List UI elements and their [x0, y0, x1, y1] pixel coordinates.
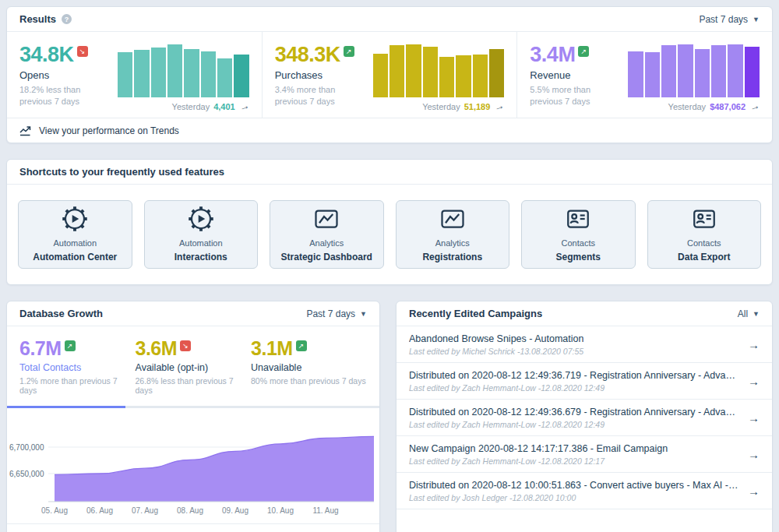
campaign-row[interactable]: Abandoned Browse Snipes - Automation Las…	[397, 326, 772, 363]
stat-delta: 18.2% less than previous 7 days	[19, 84, 107, 108]
kpi-available-optin[interactable]: 3.6M ↘ Available (opt-in) 26.8% less tha…	[136, 339, 252, 395]
campaign-text: Distributed on 2020-08-12 12:49:36.719 -…	[409, 370, 738, 393]
jump-arrow-icon[interactable]: →	[238, 100, 250, 112]
bar-chart	[628, 44, 760, 97]
growth-range-dropdown[interactable]: Past 7 days ▼	[306, 308, 367, 319]
arrow-right-icon[interactable]: →	[748, 338, 760, 351]
kpi-label: Unavailable	[251, 362, 367, 373]
campaign-title: Distributed on 2020-08-12 12:49:36.679 -…	[409, 407, 738, 417]
help-icon[interactable]: ?	[62, 14, 72, 24]
yesterday-value: $487,062	[710, 102, 746, 111]
bar	[423, 47, 438, 97]
arrow-right-icon[interactable]: →	[748, 484, 760, 498]
stat-card-purchases[interactable]: 348.3K ↗ Purchases 3.4% more than previo…	[262, 32, 517, 118]
stat-left: 3.4M ↗ Revenue 5.5% more than previous 7…	[530, 44, 617, 111]
arrow-right-icon[interactable]: →	[748, 448, 760, 461]
results-header: Results ? Past 7 days ▼	[7, 7, 772, 32]
bar	[489, 49, 504, 97]
kpi-total-contacts[interactable]: 6.7M ↗ Total Contacts 1.2% more than pre…	[19, 339, 136, 395]
kpi-delta: 26.8% less than previous 7 days	[136, 376, 252, 395]
svg-text:06. Aug: 06. Aug	[86, 506, 113, 515]
results-panel: Results ? Past 7 days ▼ 34.8K ↘ Opens 18…	[6, 6, 773, 143]
shortcut-automation-center[interactable]: Automation Automation Center	[18, 200, 132, 269]
campaign-row[interactable]: Distributed on 2020-08-12 12:49:36.719 -…	[397, 363, 772, 400]
shortcut-data-export[interactable]: Contacts Data Export	[647, 200, 762, 269]
kpi-active-tab-indicator	[7, 406, 125, 408]
contacts-card-icon	[690, 205, 718, 233]
yesterday-label: Yesterday	[422, 102, 460, 111]
svg-text:6,650,000: 6,650,000	[9, 470, 44, 478]
bar	[711, 45, 726, 97]
campaigns-filter-label: All	[738, 308, 748, 319]
shortcut-registrations[interactable]: Analytics Registrations	[396, 200, 510, 269]
campaign-subtitle: Last edited by Zach Hemmant-Low -12.08.2…	[409, 420, 738, 429]
arrow-right-icon[interactable]: →	[748, 411, 760, 425]
kpi-tab-track	[7, 406, 379, 408]
campaign-title: Distributed on 2020-08-12 10:00:51.863 -…	[409, 480, 738, 491]
bar	[134, 50, 149, 97]
shortcut-category: Analytics	[309, 238, 344, 249]
yesterday-value: 51,189	[464, 102, 491, 111]
jump-arrow-icon[interactable]: →	[748, 100, 760, 112]
kpi-unavailable[interactable]: 3.1M ↗ Unavailable 80% more than previou…	[251, 339, 367, 395]
stat-left: 348.3K ↗ Purchases 3.4% more than previo…	[275, 44, 362, 111]
bar	[390, 45, 404, 97]
campaign-row[interactable]: Distributed on 2020-08-12 10:00:51.863 -…	[397, 473, 772, 509]
shortcut-segments[interactable]: Contacts Segments	[521, 200, 636, 269]
automation-gear-icon	[61, 205, 89, 233]
results-range-dropdown[interactable]: Past 7 days ▼	[699, 14, 760, 25]
shortcut-label: Strategic Dashboard	[281, 250, 372, 264]
campaign-text: Distributed on 2020-08-12 10:00:51.863 -…	[409, 480, 738, 502]
yesterday-label: Yesterday	[172, 102, 210, 111]
shortcut-interactions[interactable]: Automation Interactions	[144, 200, 259, 269]
bar	[151, 48, 166, 97]
bar	[628, 51, 643, 97]
bar	[406, 44, 421, 97]
new-contacts-link[interactable]: More information on your new contacts	[7, 523, 379, 532]
shortcut-label: Data Export	[678, 250, 730, 264]
analytics-chart-icon	[439, 205, 467, 233]
results-body: 34.8K ↘ Opens 18.2% less than previous 7…	[7, 32, 772, 118]
shortcut-category: Analytics	[435, 238, 470, 249]
bar	[373, 54, 388, 97]
campaign-title: Abandoned Browse Snipes - Automation	[409, 333, 583, 344]
svg-text:05. Aug: 05. Aug	[41, 506, 68, 515]
results-title: Results ?	[19, 13, 72, 25]
stat-card-revenue[interactable]: 3.4M ↗ Revenue 5.5% more than previous 7…	[516, 32, 772, 118]
trend-badge-icon: ↘	[180, 340, 191, 351]
stat-label: Purchases	[275, 69, 362, 81]
shortcuts-title: Shortcuts to your frequently used featur…	[19, 166, 224, 178]
dashboard-page: Results ? Past 7 days ▼ 34.8K ↘ Opens 18…	[0, 0, 779, 532]
svg-text:09. Aug: 09. Aug	[222, 506, 249, 515]
jump-arrow-icon[interactable]: →	[493, 100, 506, 112]
trend-badge-icon: ↘	[77, 46, 88, 57]
growth-kpis: 6.7M ↗ Total Contacts 1.2% more than pre…	[7, 326, 379, 406]
stat-value: 3.4M	[530, 44, 575, 65]
stat-chart: Yesterday 51,189 →	[373, 44, 505, 111]
area-chart: 6,700,0006,650,00005. Aug06. Aug07. Aug0…	[8, 414, 379, 517]
shortcut-strategic-dashboard[interactable]: Analytics Strategic Dashboard	[270, 200, 384, 269]
growth-chart-area: 6,700,0006,650,00005. Aug06. Aug07. Aug0…	[7, 408, 379, 523]
bar	[167, 44, 182, 97]
results-range-label: Past 7 days	[699, 14, 748, 25]
yesterday-label: Yesterday	[668, 102, 707, 111]
campaign-text: Abandoned Browse Snipes - Automation Las…	[409, 333, 583, 356]
bar	[456, 55, 471, 97]
analytics-chart-icon	[312, 205, 340, 233]
contacts-card-icon	[564, 205, 592, 233]
stat-card-opens[interactable]: 34.8K ↘ Opens 18.2% less than previous 7…	[7, 32, 262, 118]
campaigns-filter-dropdown[interactable]: All ▼	[738, 308, 760, 319]
automation-gear-icon	[187, 205, 215, 233]
campaign-text: Distributed on 2020-08-12 12:49:36.679 -…	[409, 407, 738, 429]
campaign-subtitle: Last edited by Michel Schrick -13.08.202…	[409, 347, 583, 356]
bar	[217, 58, 232, 97]
trends-link[interactable]: View your performance on Trends	[7, 118, 772, 143]
chevron-down-icon: ▼	[753, 310, 760, 318]
bar	[118, 52, 132, 97]
campaign-row[interactable]: Distributed on 2020-08-12 12:49:36.679 -…	[397, 400, 772, 436]
activity-list-link[interactable]: View detailed activity list	[397, 523, 772, 532]
stat-value: 348.3K	[275, 44, 340, 65]
campaign-row[interactable]: New Campaign 2020-08-12 14:17:17.386 - E…	[397, 436, 772, 473]
arrow-right-icon[interactable]: →	[748, 375, 760, 388]
campaign-subtitle: Last edited by Zach Hemmant-Low -12.08.2…	[409, 456, 668, 466]
